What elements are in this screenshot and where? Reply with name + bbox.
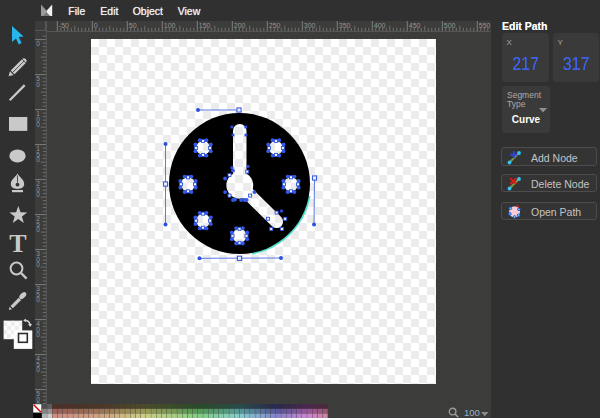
svg-text:0: 0: [36, 121, 40, 128]
svg-text:0: 0: [36, 156, 40, 163]
svg-text:0: 0: [36, 261, 40, 268]
svg-text:0: 0: [36, 296, 40, 303]
svg-text:0: 0: [36, 366, 40, 373]
svg-text:50: 50: [129, 22, 137, 29]
svg-text:T: T: [9, 229, 26, 258]
svg-text:0: 0: [36, 81, 40, 88]
svg-text:0: 0: [36, 40, 40, 47]
svg-text:0: 0: [36, 331, 40, 338]
svg-text:0: 0: [36, 191, 40, 198]
svg-text:0: 0: [36, 226, 40, 233]
